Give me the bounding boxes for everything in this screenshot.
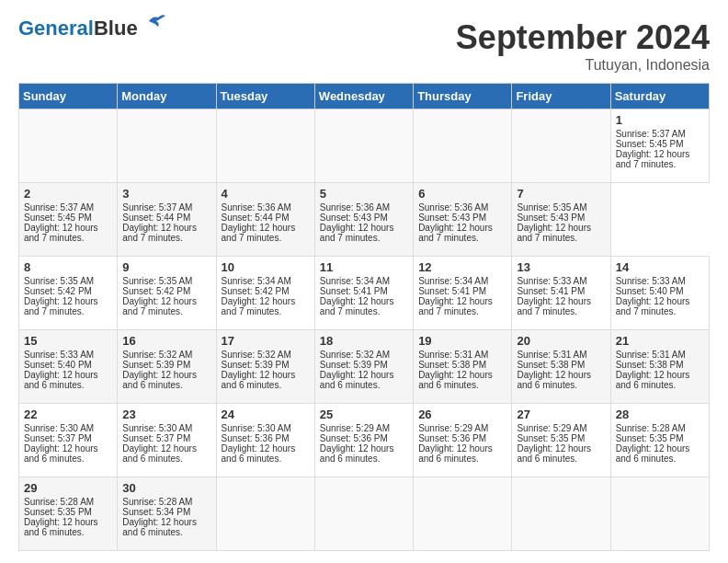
calendar-day-26: 26Sunrise: 5:29 AMSunset: 5:36 PMDayligh… xyxy=(414,404,512,477)
day-header-tuesday: Tuesday xyxy=(216,84,314,109)
day-header-sunday: Sunday xyxy=(19,84,118,109)
logo-bird-icon xyxy=(140,14,165,34)
calendar-week-3: 8Sunrise: 5:35 AMSunset: 5:42 PMDaylight… xyxy=(19,257,710,330)
calendar-day-28: 28Sunrise: 5:28 AMSunset: 5:35 PMDayligh… xyxy=(610,404,709,477)
calendar-day-21: 21Sunrise: 5:31 AMSunset: 5:38 PMDayligh… xyxy=(610,330,709,404)
calendar-day-1: 1Sunrise: 5:37 AMSunset: 5:45 PMDaylight… xyxy=(610,109,709,183)
calendar-day-14: 14Sunrise: 5:33 AMSunset: 5:40 PMDayligh… xyxy=(610,257,709,330)
empty-cell xyxy=(314,109,413,183)
calendar-week-6: 29Sunrise: 5:28 AMSunset: 5:35 PMDayligh… xyxy=(19,477,710,551)
empty-cell xyxy=(610,477,709,551)
logo: GeneralBlue xyxy=(18,18,165,39)
calendar-header-row: SundayMondayTuesdayWednesdayThursdayFrid… xyxy=(19,84,710,109)
empty-cell xyxy=(414,477,512,551)
calendar-day-3: 3Sunrise: 5:37 AMSunset: 5:44 PMDaylight… xyxy=(118,183,216,257)
logo-text: GeneralBlue xyxy=(18,18,138,39)
calendar-week-2: 2Sunrise: 5:37 AMSunset: 5:45 PMDaylight… xyxy=(19,183,710,257)
calendar-day-6: 6Sunrise: 5:36 AMSunset: 5:43 PMDaylight… xyxy=(414,183,512,257)
empty-cell xyxy=(19,109,118,183)
day-header-saturday: Saturday xyxy=(610,84,709,109)
page-header: GeneralBlue September 2024 Tutuyan, Indo… xyxy=(18,18,710,74)
calendar-day-5: 5Sunrise: 5:36 AMSunset: 5:43 PMDaylight… xyxy=(314,183,413,257)
month-title: September 2024 xyxy=(456,18,710,57)
empty-cell xyxy=(118,109,216,183)
calendar-day-12: 12Sunrise: 5:34 AMSunset: 5:41 PMDayligh… xyxy=(414,257,512,330)
day-header-monday: Monday xyxy=(118,84,216,109)
calendar-day-23: 23Sunrise: 5:30 AMSunset: 5:37 PMDayligh… xyxy=(118,404,216,477)
calendar-day-11: 11Sunrise: 5:34 AMSunset: 5:41 PMDayligh… xyxy=(314,257,413,330)
calendar-day-9: 9Sunrise: 5:35 AMSunset: 5:42 PMDaylight… xyxy=(118,257,216,330)
calendar-day-10: 10Sunrise: 5:34 AMSunset: 5:42 PMDayligh… xyxy=(216,257,314,330)
calendar-day-18: 18Sunrise: 5:32 AMSunset: 5:39 PMDayligh… xyxy=(314,330,413,404)
calendar-day-4: 4Sunrise: 5:36 AMSunset: 5:44 PMDaylight… xyxy=(216,183,314,257)
calendar-table: SundayMondayTuesdayWednesdayThursdayFrid… xyxy=(18,83,710,551)
calendar-week-4: 15Sunrise: 5:33 AMSunset: 5:40 PMDayligh… xyxy=(19,330,710,404)
empty-cell xyxy=(216,109,314,183)
calendar-day-27: 27Sunrise: 5:29 AMSunset: 5:35 PMDayligh… xyxy=(512,404,610,477)
calendar-day-7: 7Sunrise: 5:35 AMSunset: 5:43 PMDaylight… xyxy=(512,183,610,257)
location-subtitle: Tutuyan, Indonesia xyxy=(456,57,710,74)
calendar-day-24: 24Sunrise: 5:30 AMSunset: 5:36 PMDayligh… xyxy=(216,404,314,477)
calendar-day-30: 30Sunrise: 5:28 AMSunset: 5:34 PMDayligh… xyxy=(118,477,216,551)
title-block: September 2024 Tutuyan, Indonesia xyxy=(456,18,710,74)
calendar-day-15: 15Sunrise: 5:33 AMSunset: 5:40 PMDayligh… xyxy=(19,330,118,404)
empty-cell xyxy=(414,109,512,183)
calendar-day-29: 29Sunrise: 5:28 AMSunset: 5:35 PMDayligh… xyxy=(19,477,118,551)
calendar-day-19: 19Sunrise: 5:31 AMSunset: 5:38 PMDayligh… xyxy=(414,330,512,404)
empty-cell xyxy=(512,477,610,551)
calendar-week-1: 1Sunrise: 5:37 AMSunset: 5:45 PMDaylight… xyxy=(19,109,710,183)
calendar-day-25: 25Sunrise: 5:29 AMSunset: 5:36 PMDayligh… xyxy=(314,404,413,477)
calendar-day-22: 22Sunrise: 5:30 AMSunset: 5:37 PMDayligh… xyxy=(19,404,118,477)
day-header-thursday: Thursday xyxy=(414,84,512,109)
calendar-day-8: 8Sunrise: 5:35 AMSunset: 5:42 PMDaylight… xyxy=(19,257,118,330)
day-header-friday: Friday xyxy=(512,84,610,109)
empty-cell xyxy=(512,109,610,183)
calendar-day-17: 17Sunrise: 5:32 AMSunset: 5:39 PMDayligh… xyxy=(216,330,314,404)
calendar-day-16: 16Sunrise: 5:32 AMSunset: 5:39 PMDayligh… xyxy=(118,330,216,404)
calendar-day-20: 20Sunrise: 5:31 AMSunset: 5:38 PMDayligh… xyxy=(512,330,610,404)
empty-cell xyxy=(216,477,314,551)
calendar-week-5: 22Sunrise: 5:30 AMSunset: 5:37 PMDayligh… xyxy=(19,404,710,477)
calendar-day-13: 13Sunrise: 5:33 AMSunset: 5:41 PMDayligh… xyxy=(512,257,610,330)
empty-cell xyxy=(314,477,413,551)
day-header-wednesday: Wednesday xyxy=(314,84,413,109)
calendar-day-2: 2Sunrise: 5:37 AMSunset: 5:45 PMDaylight… xyxy=(19,183,118,257)
